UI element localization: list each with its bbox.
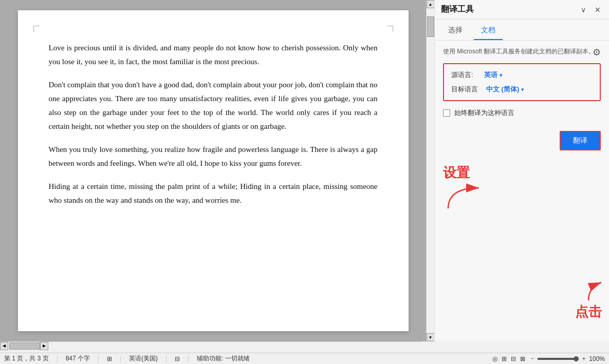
- right-panel: 翻译工具 ∨ ✕ 选择 文档 ⚙ 使用 Microsoft 翻译工具服务创建此文…: [434, 0, 609, 341]
- source-lang-value[interactable]: 英语 ▾: [484, 70, 502, 80]
- view-icon-2[interactable]: ⊟: [511, 355, 516, 362]
- zoom-slider-track[interactable]: [538, 358, 579, 360]
- page-content: Love is precious until it is divided, an…: [18, 10, 409, 331]
- scroll-right-btn[interactable]: ▶: [40, 342, 48, 350]
- panel-description: 使用 Microsoft 翻译工具服务创建此文档的已翻译副本。: [443, 47, 601, 56]
- layout-icon[interactable]: ⊞: [107, 355, 112, 362]
- accessibility-status: 辅助功能: 一切就绪: [197, 354, 250, 363]
- sep-1: [57, 355, 58, 362]
- language-box: 源语言: 英语 ▾ 目标语言 中文 (简体) ▾: [443, 63, 601, 101]
- zoom-level: 100%: [589, 355, 605, 362]
- document-area: Love is precious until it is divided, an…: [0, 0, 434, 341]
- zoom-plus-btn[interactable]: ＋: [581, 354, 587, 363]
- target-lang-value[interactable]: 中文 (简体) ▾: [486, 85, 524, 94]
- panel-title-controls: ∨ ✕: [578, 5, 603, 15]
- bottom-bar: ◀ ▶: [0, 341, 609, 353]
- translate-area: 翻译: [443, 126, 601, 335]
- page-info: 第 1 页，共 3 页: [4, 354, 49, 363]
- panel-title-bar: 翻译工具 ∨ ✕: [435, 0, 609, 20]
- panel-tabs: 选择 文档: [435, 20, 609, 41]
- language: 英语(美国): [129, 354, 158, 363]
- vertical-scrollbar[interactable]: ▲ ▼: [426, 0, 434, 341]
- doc-icon: ⊟: [175, 355, 180, 362]
- zoom-bar: － ＋ 100%: [529, 354, 605, 363]
- scroll-left-btn[interactable]: ◀: [0, 342, 8, 350]
- sep-3: [120, 355, 121, 362]
- scroll-thumb[interactable]: [427, 16, 434, 37]
- source-lang-label: 源语言:: [451, 70, 482, 80]
- always-translate-checkbox[interactable]: [443, 109, 450, 117]
- paragraph-4: Hiding at a certain time, missing the pa…: [49, 180, 378, 207]
- panel-body: ⚙ 使用 Microsoft 翻译工具服务创建此文档的已翻译副本。 源语言: 英…: [435, 41, 609, 341]
- always-translate-row: 始终翻译为这种语言: [443, 108, 601, 118]
- word-count: 847 个字: [66, 354, 90, 363]
- collapse-panel-btn[interactable]: ∨: [578, 5, 588, 15]
- scroll-up-btn[interactable]: ▲: [427, 0, 435, 8]
- paragraph-2: Don't complain that you don't have a goo…: [49, 78, 378, 133]
- gear-icon-btn[interactable]: ⚙: [593, 47, 601, 58]
- close-panel-btn[interactable]: ✕: [593, 5, 603, 15]
- hscroll-thumb[interactable]: [9, 342, 40, 350]
- doc-horizontal-scrollbar-area: ◀ ▶: [0, 341, 421, 353]
- target-lang-row: 目标语言 中文 (简体) ▾: [451, 85, 593, 94]
- doc-page[interactable]: Love is precious until it is divided, an…: [0, 0, 426, 341]
- zoom-slider-fill: [538, 358, 579, 360]
- view-icon-1[interactable]: ⊞: [502, 355, 507, 362]
- focus-icon[interactable]: ◎: [492, 355, 497, 362]
- zoom-minus-btn[interactable]: －: [529, 354, 536, 363]
- scroll-down-btn[interactable]: ▼: [427, 333, 435, 341]
- source-lang-row: 源语言: 英语 ▾: [451, 70, 593, 80]
- target-lang-label: 目标语言: [451, 85, 482, 94]
- paragraph-3: When you truly love something, you reali…: [49, 143, 378, 170]
- always-translate-label: 始终翻译为这种语言: [454, 108, 514, 118]
- tab-document[interactable]: 文档: [474, 24, 503, 40]
- paragraph-1: Love is precious until it is divided, an…: [49, 41, 378, 69]
- status-bar: 第 1 页，共 3 页 847 个字 ⊞ 英语(美国) ⊟ 辅助功能: 一切就绪…: [0, 353, 609, 364]
- sep-2: [98, 355, 99, 362]
- translate-button[interactable]: 翻译: [560, 131, 601, 150]
- sep-4: [166, 355, 167, 362]
- tab-select[interactable]: 选择: [441, 24, 470, 40]
- corner-tr: [387, 26, 393, 32]
- horizontal-scrollbar[interactable]: ◀ ▶: [0, 341, 421, 350]
- sep-5: [188, 355, 189, 362]
- view-icon-3[interactable]: ⊠: [520, 355, 525, 362]
- target-lang-dropdown-arrow: ▾: [521, 87, 524, 92]
- status-bar-right: ◎ ⊞ ⊟ ⊠ － ＋ 100%: [492, 354, 605, 363]
- corner-tl: [33, 26, 40, 32]
- panel-title: 翻译工具: [441, 4, 474, 15]
- zoom-slider-thumb[interactable]: [574, 356, 579, 361]
- source-lang-dropdown-arrow: ▾: [500, 72, 502, 78]
